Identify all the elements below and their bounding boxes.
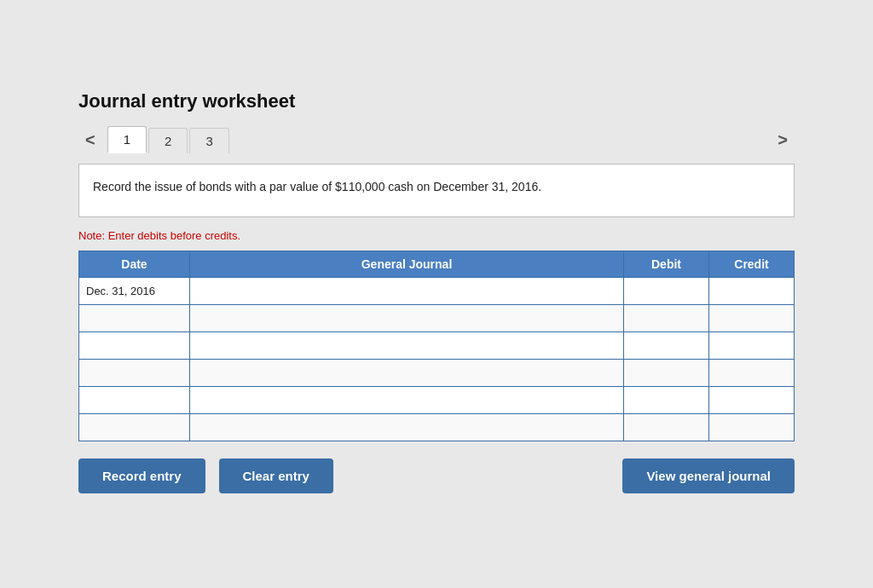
tab-3[interactable]: 3	[189, 128, 228, 153]
row-2-debit-input[interactable]	[624, 332, 708, 359]
row-5-credit[interactable]	[709, 413, 795, 441]
row-0-gj[interactable]	[190, 277, 624, 304]
row-1-debit[interactable]	[624, 304, 709, 331]
row-1-gj-input[interactable]	[190, 305, 623, 331]
row-2-gj-input[interactable]	[190, 332, 623, 359]
note-text: Note: Enter debits before credits.	[78, 229, 795, 242]
row-5-debit-input[interactable]	[624, 414, 708, 441]
row-0-debit[interactable]	[624, 277, 709, 304]
row-1-gj[interactable]	[190, 304, 624, 331]
row-5-gj-input[interactable]	[190, 414, 623, 441]
row-1-credit[interactable]	[709, 304, 795, 331]
table-row	[79, 386, 795, 413]
row-2-credit-input[interactable]	[709, 332, 794, 359]
row-3-credit[interactable]	[709, 359, 795, 386]
row-0-debit-input[interactable]	[624, 278, 708, 304]
row-3-debit-input[interactable]	[624, 360, 708, 386]
row-4-gj[interactable]	[190, 386, 624, 413]
row-4-date	[79, 386, 190, 413]
row-2-credit[interactable]	[709, 331, 795, 359]
row-5-credit-input[interactable]	[709, 414, 794, 441]
table-row	[79, 331, 795, 359]
header-credit: Credit	[709, 251, 795, 277]
row-4-gj-input[interactable]	[190, 387, 623, 413]
journal-table: Date General Journal Debit Credit Dec. 3…	[78, 251, 795, 441]
row-3-gj[interactable]	[190, 359, 624, 386]
row-0-date: Dec. 31, 2016	[79, 277, 190, 304]
row-1-debit-input[interactable]	[624, 305, 708, 331]
row-1-date	[79, 304, 190, 331]
row-2-debit[interactable]	[624, 331, 709, 359]
row-0-credit-input[interactable]	[709, 278, 794, 304]
tab-2[interactable]: 2	[148, 128, 188, 153]
buttons-row: Record entry Clear entry View general jo…	[78, 458, 795, 493]
tab-1[interactable]: 1	[107, 126, 147, 153]
main-container: Journal entry worksheet < 1 2 3 > Record…	[53, 70, 820, 519]
row-5-gj[interactable]	[190, 413, 624, 441]
record-entry-button[interactable]: Record entry	[78, 458, 205, 493]
header-date: Date	[79, 251, 190, 277]
view-general-journal-button[interactable]: View general journal	[622, 458, 795, 493]
row-3-date	[79, 359, 190, 386]
row-4-debit-input[interactable]	[624, 387, 708, 413]
header-gj: General Journal	[190, 251, 624, 277]
prev-arrow[interactable]: <	[78, 127, 102, 153]
header-debit: Debit	[624, 251, 709, 277]
tabs: 1 2 3	[107, 126, 231, 153]
next-arrow[interactable]: >	[771, 127, 795, 153]
row-2-date	[79, 331, 190, 359]
page-title: Journal entry worksheet	[78, 90, 795, 112]
row-4-debit[interactable]	[624, 386, 709, 413]
row-3-credit-input[interactable]	[709, 360, 794, 386]
clear-entry-button[interactable]: Clear entry	[219, 458, 333, 493]
row-5-date	[79, 413, 190, 441]
row-0-credit[interactable]	[709, 277, 795, 304]
row-0-gj-input[interactable]	[190, 278, 623, 304]
row-1-credit-input[interactable]	[709, 305, 794, 331]
table-header-row: Date General Journal Debit Credit	[79, 251, 795, 277]
row-4-credit[interactable]	[709, 386, 795, 413]
table-row: Dec. 31, 2016	[79, 277, 795, 304]
table-row	[79, 304, 795, 331]
description-text: Record the issue of bonds with a par val…	[93, 180, 541, 193]
table-row	[79, 413, 795, 441]
table-row	[79, 359, 795, 386]
row-2-gj[interactable]	[190, 331, 624, 359]
row-4-credit-input[interactable]	[709, 387, 794, 413]
tabs-row: < 1 2 3 >	[78, 126, 795, 153]
row-5-debit[interactable]	[624, 413, 709, 441]
row-3-debit[interactable]	[624, 359, 709, 386]
row-3-gj-input[interactable]	[190, 360, 623, 386]
description-box: Record the issue of bonds with a par val…	[78, 164, 795, 217]
